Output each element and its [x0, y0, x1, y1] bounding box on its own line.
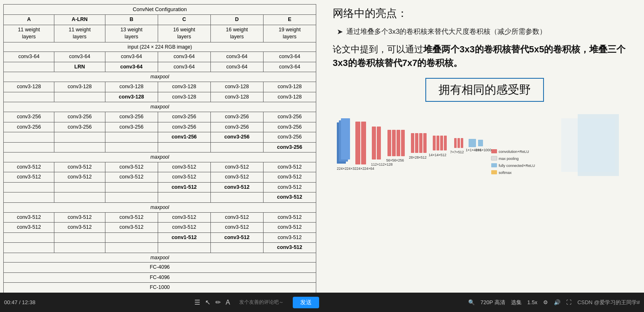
- fc-4096-2: FC-4096: [4, 272, 316, 283]
- table-cell: conv3-512: [54, 172, 105, 183]
- bullet-text: 通过堆叠多个3x3的卷积核来替代大尺度卷积核（减少所需参数）: [346, 27, 546, 36]
- table-cell: conv3-64: [210, 52, 263, 62]
- table-cell: [4, 232, 54, 243]
- weight-b: 13 weightlayers: [105, 25, 158, 42]
- bottom-bar: 00:47 / 12:38 ☰ ↖ ✏ A 发个友善的评论吧～ 发送 🔍 720…: [0, 293, 644, 312]
- menu-icon[interactable]: ☰: [194, 298, 200, 306]
- highlight-title: 网络中的亮点：: [333, 6, 637, 21]
- svg-rect-37: [491, 156, 497, 160]
- svg-text:224×224×64: 224×224×64: [355, 167, 374, 171]
- svg-rect-24: [469, 139, 476, 147]
- input-row: input (224 × 224 RGB image): [4, 42, 316, 52]
- table-cell: conv1-512: [158, 232, 210, 243]
- table-cell: [54, 132, 105, 143]
- table-cell: conv3-512: [158, 212, 210, 223]
- table-cell: conv3-128: [158, 82, 210, 92]
- svg-text:14×14×512: 14×14×512: [429, 153, 446, 157]
- table-cell: [105, 192, 158, 203]
- svg-rect-16: [423, 133, 427, 153]
- send-button[interactable]: 发送: [293, 297, 319, 308]
- col-c: C: [158, 15, 210, 25]
- table-cell: conv3-256: [210, 112, 263, 122]
- table-cell: conv3-512: [210, 172, 263, 183]
- table-cell: [4, 62, 54, 72]
- table-cell: conv3-512: [158, 172, 210, 183]
- weight-d: 16 weightlayers: [210, 25, 263, 42]
- table-title: ConvNet Configuration: [4, 5, 316, 15]
- table-cell: [54, 92, 105, 102]
- table-cell: conv3-128: [263, 82, 316, 92]
- table-cell: [4, 92, 54, 102]
- svg-rect-9: [387, 130, 391, 156]
- table-cell: conv3-256: [105, 122, 158, 132]
- table-cell: conv3-512: [263, 212, 316, 223]
- table-cell: conv3-64: [105, 62, 158, 72]
- table-cell: conv3-512: [54, 212, 105, 223]
- table-cell: conv3-256: [263, 142, 316, 152]
- svg-rect-4: [341, 118, 350, 160]
- settings-icon[interactable]: ⚙: [543, 299, 548, 305]
- table-cell: conv3-256: [105, 112, 158, 122]
- speed-btn[interactable]: 1.5x: [527, 299, 538, 305]
- svg-text:224×224×3: 224×224×3: [337, 167, 355, 171]
- table-cell: conv3-256: [54, 112, 105, 122]
- table-cell: [210, 243, 263, 253]
- quality-btn[interactable]: 720P 高清: [481, 299, 505, 306]
- svg-rect-6: [361, 122, 366, 164]
- table-cell: conv3-512: [4, 172, 54, 183]
- table-cell: conv3-256: [263, 122, 316, 132]
- text-icon[interactable]: A: [226, 299, 230, 306]
- separator-maxpool-5: maxpool: [4, 253, 316, 263]
- svg-text:convolution+ReLU: convolution+ReLU: [499, 150, 529, 154]
- vgg-diagram: 224×224×3 224×224×64 112×112×128 56×56×2…: [333, 108, 637, 184]
- table-cell: conv3-128: [263, 92, 316, 102]
- svg-rect-21: [454, 138, 457, 148]
- table-cell: conv3-256: [158, 122, 210, 132]
- convnet-table: ConvNet Configuration A A-LRN B C D E 11…: [3, 4, 316, 303]
- svg-rect-18: [436, 136, 439, 150]
- table-cell: [105, 182, 158, 192]
- table-cell: [54, 142, 105, 152]
- table-cell: conv3-64: [4, 52, 54, 62]
- table-cell: conv3-512: [105, 223, 158, 233]
- table-cell: conv3-512: [54, 162, 105, 172]
- bullet-arrow-icon: ➤: [337, 27, 343, 36]
- table-cell: conv3-512: [54, 223, 105, 233]
- volume-icon[interactable]: 🔊: [554, 299, 560, 305]
- right-panel: 网络中的亮点： ➤ 通过堆叠多个3x3的卷积核来替代大尺度卷积核（减少所需参数）…: [329, 4, 641, 289]
- table-cell: conv3-256: [210, 122, 263, 132]
- col-d: D: [210, 15, 263, 25]
- bold-paragraph: 论文中提到，可以通过堆叠两个3x3的卷积核替代5x5的卷积核，堆叠三个3x3的卷…: [333, 42, 637, 70]
- search-icon[interactable]: 🔍: [468, 299, 475, 305]
- svg-rect-5: [355, 122, 360, 164]
- table-cell: [105, 232, 158, 243]
- svg-rect-15: [419, 133, 422, 153]
- table-cell: conv3-256: [4, 112, 54, 122]
- fullscreen-icon[interactable]: ⛶: [566, 299, 572, 305]
- separator-maxpool-1: maxpool: [4, 72, 316, 82]
- separator-maxpool-2: maxpool: [4, 102, 316, 112]
- svg-rect-25: [478, 140, 483, 146]
- draw-icon[interactable]: ✏: [215, 298, 221, 306]
- table-cell: conv3-512: [4, 212, 54, 223]
- bullet-point: ➤ 通过堆叠多个3x3的卷积核来替代大尺度卷积核（减少所需参数）: [333, 27, 637, 36]
- input-placeholder: 发个友善的评论吧～: [239, 299, 284, 306]
- table-cell: conv3-512: [263, 232, 316, 243]
- svg-rect-10: [392, 130, 396, 156]
- fc-1000: FC-1000: [4, 283, 316, 293]
- svg-text:max pooling: max pooling: [499, 157, 519, 161]
- svg-rect-20: [444, 136, 447, 150]
- svg-rect-19: [440, 136, 443, 150]
- table-cell: [54, 182, 105, 192]
- table-cell: [4, 182, 54, 192]
- left-panel: ConvNet Configuration A A-LRN B C D E 11…: [3, 4, 320, 289]
- svg-rect-8: [377, 127, 381, 160]
- separator-maxpool-4: maxpool: [4, 202, 316, 212]
- table-cell: conv3-128: [54, 82, 105, 92]
- table-cell: [210, 142, 263, 152]
- table-cell: conv3-512: [105, 212, 158, 223]
- table-cell: conv3-256: [263, 112, 316, 122]
- collection-btn[interactable]: 选集: [511, 299, 522, 306]
- paragraph-intro: 论文中提到，可以通过: [333, 44, 423, 54]
- svg-rect-13: [411, 133, 414, 153]
